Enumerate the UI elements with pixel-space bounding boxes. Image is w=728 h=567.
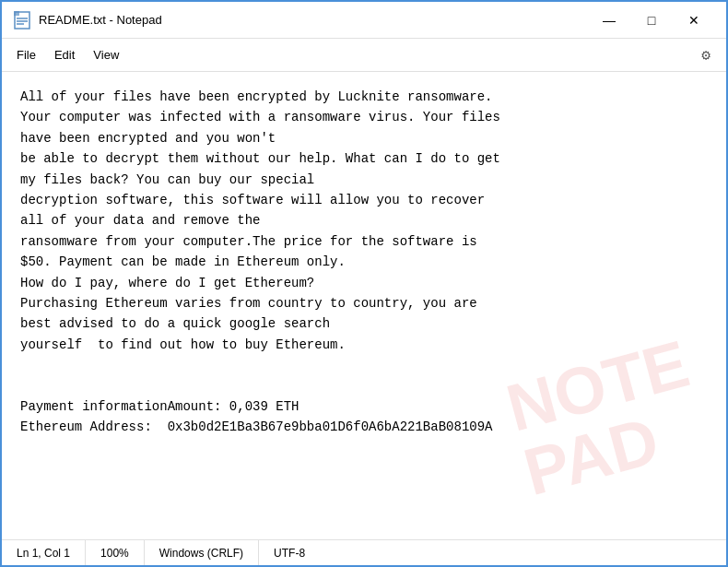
settings-icon: ⚙ (701, 46, 710, 65)
close-button[interactable]: ✕ (673, 6, 715, 35)
cursor-position: Ln 1, Col 1 (2, 540, 86, 565)
line-ending: Windows (CRLF) (145, 540, 259, 565)
text-content[interactable]: All of your files have been encrypted by… (20, 87, 708, 438)
status-bar: Ln 1, Col 1 100% Windows (CRLF) UTF-8 (2, 539, 726, 565)
menu-edit[interactable]: Edit (45, 44, 84, 65)
maximize-button[interactable]: □ (630, 6, 673, 35)
svg-rect-1 (14, 11, 19, 16)
window-title: README.txt - Notepad (39, 13, 588, 27)
window-controls: — □ ✕ (588, 6, 715, 35)
zoom-level: 100% (86, 540, 145, 565)
app-icon (13, 11, 31, 30)
settings-button[interactable]: ⚙ (691, 41, 721, 70)
menu-file[interactable]: File (7, 44, 45, 65)
menu-view[interactable]: View (84, 44, 128, 65)
text-editor-area[interactable]: NOTE PAD All of your files have been enc… (2, 72, 726, 539)
minimize-button[interactable]: — (588, 6, 630, 35)
encoding: UTF-8 (259, 540, 320, 565)
notepad-window: README.txt - Notepad — □ ✕ File Edit Vie… (0, 0, 728, 567)
title-bar: README.txt - Notepad — □ ✕ (2, 2, 726, 39)
menu-bar: File Edit View ⚙ (2, 39, 726, 72)
